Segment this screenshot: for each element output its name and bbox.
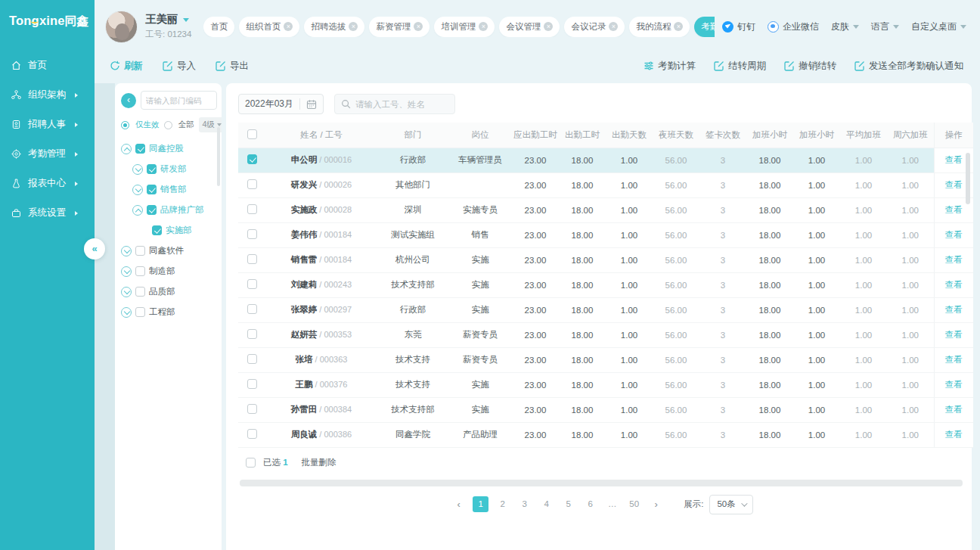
table-row[interactable]: 王鹏/ 000376 技术支持 实施 23.00 18.00 1.00 56.0…	[238, 372, 973, 397]
tree-node[interactable]: 研发部	[121, 159, 217, 179]
page-button[interactable]: 1	[473, 496, 488, 512]
vertical-scrollbar[interactable]	[966, 153, 970, 204]
workspace-tab[interactable]: 组织首页 ×	[239, 17, 299, 37]
tree-node[interactable]: 同鑫软件	[121, 241, 217, 261]
page-button[interactable]: 4	[538, 496, 554, 512]
tree-node[interactable]: 销售部	[121, 179, 217, 200]
view-link[interactable]: 查看	[945, 305, 963, 314]
workspace-tab[interactable]: 首页 ×	[203, 17, 234, 37]
page-button[interactable]: 2	[495, 496, 510, 512]
view-link[interactable]: 查看	[945, 380, 963, 389]
tree-checkbox[interactable]	[147, 164, 157, 174]
view-link[interactable]: 查看	[945, 155, 963, 164]
prev-page-button[interactable]: ‹	[451, 496, 467, 512]
sidebar-item-attendance[interactable]: 考勤管理	[0, 139, 95, 169]
view-link[interactable]: 查看	[945, 430, 963, 439]
sidebar-item-settings[interactable]: 系统设置	[0, 198, 95, 228]
expander-icon[interactable]	[121, 246, 132, 256]
department-code-input[interactable]	[141, 91, 217, 110]
row-checkbox[interactable]	[247, 304, 257, 314]
tab-close-icon[interactable]: ×	[544, 22, 553, 31]
row-checkbox[interactable]	[247, 379, 257, 389]
row-checkbox[interactable]	[247, 179, 257, 189]
footer-checkbox[interactable]	[246, 458, 256, 468]
row-checkbox[interactable]	[247, 204, 257, 214]
tree-node[interactable]: 同鑫控股	[121, 138, 217, 159]
tab-close-icon[interactable]: ×	[674, 22, 683, 31]
expander-icon[interactable]	[132, 205, 143, 216]
sidebar-item-recruit[interactable]: 招聘人事	[0, 110, 95, 139]
dingtalk-action[interactable]: 钉钉	[722, 20, 755, 33]
view-link[interactable]: 查看	[945, 255, 963, 264]
next-page-button[interactable]: ›	[648, 496, 664, 512]
tree-node[interactable]: 实施部	[121, 220, 217, 241]
row-checkbox[interactable]	[247, 329, 257, 339]
workspace-tab[interactable]: 考勤月报 ×	[694, 17, 715, 37]
expander-icon[interactable]	[121, 307, 132, 318]
page-button[interactable]: 5	[560, 496, 576, 512]
row-checkbox[interactable]	[247, 229, 257, 239]
row-checkbox[interactable]	[247, 404, 257, 414]
table-row[interactable]: 研发兴/ 000026 其他部门 23.00 18.00 1.00 56.00 …	[238, 172, 973, 197]
tree-checkbox[interactable]	[135, 144, 145, 154]
sidebar-item-org[interactable]: 组织架构	[0, 80, 95, 110]
expander-icon[interactable]	[121, 266, 132, 277]
select-all-checkbox[interactable]	[247, 129, 257, 139]
expander-icon[interactable]	[121, 144, 132, 154]
tab-close-icon[interactable]: ×	[414, 22, 423, 31]
tab-close-icon[interactable]: ×	[284, 22, 293, 31]
user-name-row[interactable]: 王美丽	[145, 12, 191, 27]
table-row[interactable]: 销售雷/ 000184 杭州公司 实施 23.00 18.00 1.00 56.…	[238, 247, 973, 272]
horizontal-scrollbar[interactable]	[240, 480, 963, 486]
row-checkbox[interactable]	[247, 154, 257, 164]
workspace-tab[interactable]: 会议记录 ×	[564, 17, 625, 37]
expander-icon[interactable]	[121, 287, 132, 297]
page-button[interactable]: 6	[582, 496, 598, 512]
workspace-tab[interactable]: 招聘选拔 ×	[304, 17, 364, 37]
table-row[interactable]: 周良诚/ 000386 同鑫学院 产品助理 23.00 18.00 1.00 5…	[238, 422, 973, 447]
table-row[interactable]: 赵妍芸/ 000353 东莞 薪资专员 23.00 18.00 1.00 56.…	[238, 322, 973, 347]
view-link[interactable]: 查看	[945, 230, 963, 239]
table-row[interactable]: 张培/ 000363 技术支持 薪资专员 23.00 18.00 1.00 56…	[238, 347, 973, 372]
workspace-tab[interactable]: 我的流程 ×	[629, 17, 690, 37]
page-button[interactable]: 50	[626, 496, 642, 512]
carry-period-button[interactable]: 结转周期	[714, 60, 766, 73]
tree-scrollbar[interactable]	[217, 127, 220, 186]
undo-carry-button[interactable]: 撤销结转	[784, 60, 836, 73]
table-row[interactable]: 申公明/ 000016 行政部 车辆管理员 23.00 18.00 1.00 5…	[238, 148, 973, 172]
import-button[interactable]: 导入	[163, 60, 196, 73]
workspace-tab[interactable]: 会议管理 ×	[499, 17, 560, 37]
tree-checkbox[interactable]	[135, 246, 145, 256]
row-checkbox[interactable]	[247, 429, 257, 439]
workspace-tab[interactable]: 薪资管理 ×	[369, 17, 430, 37]
custom-desktop-dropdown[interactable]: 自定义桌面	[911, 20, 966, 33]
table-row[interactable]: 孙雷田/ 000384 技术支持部 实施 23.00 18.00 1.00 56…	[238, 397, 973, 422]
tree-checkbox[interactable]	[147, 185, 157, 194]
send-confirm-notice-button[interactable]: 发送全部考勤确认通知	[854, 60, 963, 73]
tree-back-button[interactable]: ‹	[121, 93, 136, 108]
sidebar-item-report[interactable]: 报表中心	[0, 169, 95, 198]
tree-node[interactable]: 工程部	[121, 302, 217, 322]
radio-all[interactable]	[164, 121, 172, 129]
tree-node[interactable]: 品质部	[121, 281, 217, 302]
language-dropdown[interactable]: 语言	[871, 20, 899, 33]
tree-node[interactable]: 制造部	[121, 261, 217, 281]
view-link[interactable]: 查看	[945, 205, 963, 214]
tab-close-icon[interactable]: ×	[609, 22, 618, 31]
view-link[interactable]: 查看	[945, 280, 963, 289]
user-dropdown-caret-icon[interactable]	[183, 18, 189, 22]
view-link[interactable]: 查看	[945, 330, 963, 339]
page-button[interactable]: …	[604, 496, 620, 512]
row-checkbox[interactable]	[247, 354, 257, 364]
skin-dropdown[interactable]: 皮肤	[831, 20, 859, 33]
tree-checkbox[interactable]	[135, 287, 145, 297]
tab-close-icon[interactable]: ×	[479, 22, 488, 31]
tab-close-icon[interactable]: ×	[349, 22, 358, 31]
export-button[interactable]: 导出	[216, 60, 249, 73]
month-picker[interactable]: 2022年03月	[238, 94, 324, 114]
view-link[interactable]: 查看	[945, 405, 963, 414]
view-link[interactable]: 查看	[945, 180, 963, 189]
radio-effective-only[interactable]	[121, 121, 129, 129]
table-row[interactable]: 张翠婷/ 000297 行政部 实施 23.00 18.00 1.00 56.0…	[238, 297, 973, 322]
workspace-tab[interactable]: 培训管理 ×	[434, 17, 495, 37]
